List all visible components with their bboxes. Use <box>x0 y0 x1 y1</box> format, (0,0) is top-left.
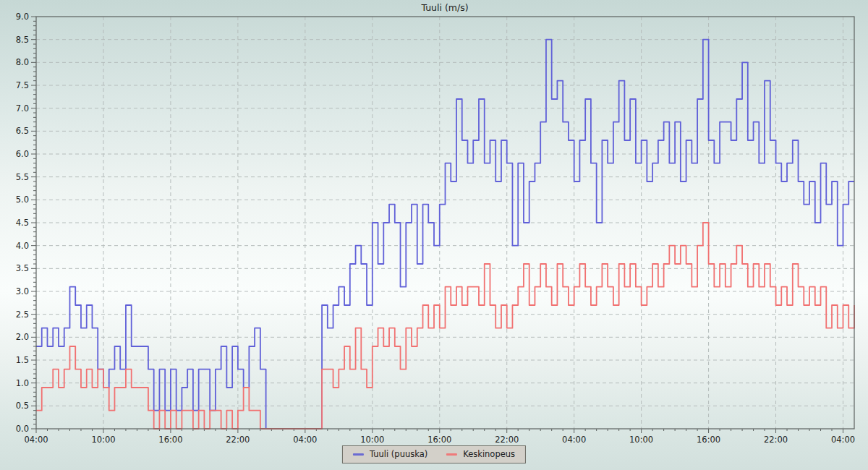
svg-text:10:00: 10:00 <box>91 435 115 445</box>
legend-label-gust: Tuuli (puuska) <box>370 449 427 459</box>
svg-text:4.5: 4.5 <box>16 218 29 228</box>
svg-text:6.0: 6.0 <box>16 149 29 159</box>
svg-text:7.0: 7.0 <box>16 103 29 114</box>
svg-text:0.0: 0.0 <box>16 424 29 434</box>
svg-text:10:00: 10:00 <box>360 435 384 445</box>
axis-labels: 0.00.51.01.52.02.53.03.54.04.55.05.56.06… <box>16 12 855 445</box>
svg-text:22:00: 22:00 <box>764 435 788 445</box>
svg-text:7.5: 7.5 <box>16 80 29 90</box>
chart-legend: Tuuli (puuska) Keskinopeus <box>342 445 526 463</box>
plot-border <box>36 17 854 429</box>
svg-text:2.5: 2.5 <box>16 309 29 320</box>
legend-item-average: Keskinopeus <box>446 449 515 459</box>
svg-text:16:00: 16:00 <box>697 435 720 445</box>
svg-text:22:00: 22:00 <box>495 435 519 445</box>
gridlines <box>36 17 854 429</box>
svg-text:3.0: 3.0 <box>16 286 29 296</box>
svg-text:0.5: 0.5 <box>16 401 29 411</box>
svg-text:4.0: 4.0 <box>16 241 29 251</box>
line-swatch-red-icon <box>446 453 457 456</box>
svg-text:04:00: 04:00 <box>562 435 586 445</box>
svg-text:9.0: 9.0 <box>16 12 29 22</box>
svg-text:1.5: 1.5 <box>16 355 29 365</box>
svg-text:10:00: 10:00 <box>629 435 653 445</box>
svg-text:5.0: 5.0 <box>16 195 29 205</box>
svg-text:04:00: 04:00 <box>831 435 855 445</box>
svg-text:04:00: 04:00 <box>24 435 48 445</box>
chart-title: Tuuli (m/s) <box>420 2 468 13</box>
wind-chart: 0.00.51.01.52.02.53.03.54.04.55.05.56.06… <box>0 0 868 470</box>
svg-text:16:00: 16:00 <box>158 435 182 445</box>
svg-text:8.5: 8.5 <box>16 35 29 45</box>
svg-text:22:00: 22:00 <box>226 435 250 445</box>
svg-text:2.0: 2.0 <box>16 332 29 342</box>
legend-item-gust: Tuuli (puuska) <box>353 449 427 459</box>
svg-text:8.0: 8.0 <box>16 57 29 67</box>
svg-text:6.5: 6.5 <box>16 126 29 136</box>
svg-text:04:00: 04:00 <box>293 435 317 445</box>
data-series <box>36 40 854 429</box>
svg-text:16:00: 16:00 <box>427 435 451 445</box>
chart-canvas: 0.00.51.01.52.02.53.03.54.04.55.05.56.06… <box>0 0 868 470</box>
svg-text:3.5: 3.5 <box>16 263 29 273</box>
svg-text:5.5: 5.5 <box>16 172 29 182</box>
svg-text:1.0: 1.0 <box>16 378 29 388</box>
axis-ticks <box>31 17 843 433</box>
legend-label-average: Keskinopeus <box>463 449 515 459</box>
line-swatch-blue-icon <box>353 453 364 456</box>
